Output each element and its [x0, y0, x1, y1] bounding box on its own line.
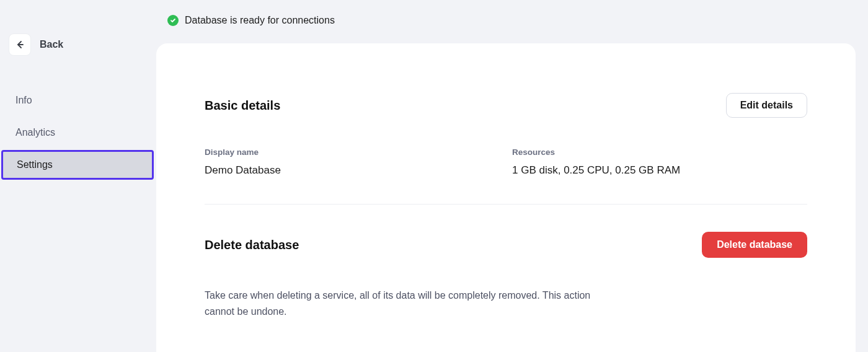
edit-details-button[interactable]: Edit details — [726, 93, 807, 118]
details-grid: Display name Demo Database Resources 1 G… — [205, 147, 807, 177]
delete-section-header: Delete database Delete database — [205, 232, 807, 258]
sidebar-item-settings[interactable]: Settings — [1, 150, 154, 180]
sidebar-item-label: Analytics — [16, 127, 55, 138]
delete-database-button[interactable]: Delete database — [702, 232, 807, 258]
sidebar: Back Info Analytics Settings — [0, 0, 156, 352]
arrow-left-icon — [15, 40, 25, 50]
settings-card: Basic details Edit details Display name … — [156, 43, 856, 352]
resources-value: 1 GB disk, 0.25 CPU, 0.25 GB RAM — [512, 164, 807, 177]
resources-label: Resources — [512, 147, 807, 157]
delete-section-title: Delete database — [205, 238, 299, 252]
sidebar-nav: Info Analytics Settings — [0, 84, 156, 181]
back-row: Back — [9, 33, 156, 56]
main-content: Database is ready for connections Basic … — [156, 0, 868, 352]
resources-col: Resources 1 GB disk, 0.25 CPU, 0.25 GB R… — [512, 147, 807, 177]
basic-details-header: Basic details Edit details — [205, 93, 807, 118]
status-text: Database is ready for connections — [185, 15, 335, 26]
display-name-value: Demo Database — [205, 164, 500, 177]
sidebar-item-analytics[interactable]: Analytics — [0, 118, 156, 147]
status-row: Database is ready for connections — [167, 15, 856, 26]
section-divider — [205, 204, 807, 205]
basic-details-title: Basic details — [205, 99, 280, 113]
display-name-col: Display name Demo Database — [205, 147, 500, 177]
sidebar-item-info[interactable]: Info — [0, 86, 156, 115]
sidebar-item-label: Settings — [17, 159, 53, 170]
check-circle-icon — [167, 15, 179, 26]
sidebar-item-label: Info — [16, 95, 32, 105]
delete-warning-text: Take care when deleting a service, all o… — [205, 288, 601, 319]
back-button[interactable] — [9, 33, 31, 56]
display-name-label: Display name — [205, 147, 500, 157]
back-label[interactable]: Back — [40, 39, 63, 50]
